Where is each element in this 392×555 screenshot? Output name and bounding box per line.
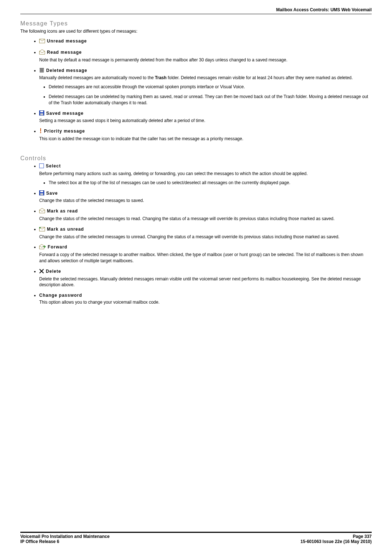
- item-forward: Forward Forward a copy of the selected m…: [39, 244, 372, 264]
- deleted-sublist: Deleted messages are not accessible thro…: [39, 84, 372, 106]
- svg-rect-11: [40, 164, 44, 168]
- read-desc: Note that by default a read message is p…: [39, 57, 372, 63]
- svg-rect-14: [40, 193, 43, 195]
- section-title-message-types: Message Types: [20, 20, 372, 28]
- forward-envelope-arrow-icon: [39, 244, 46, 251]
- saved-label: Saved message: [46, 111, 83, 116]
- deleted-trash-icon: [39, 68, 44, 74]
- footer-right2: 15-601063 Issue 22e (16 May 2010): [301, 539, 372, 544]
- footer-left2: IP Office Release 6: [20, 539, 59, 544]
- saved-disk-icon: [39, 110, 44, 117]
- svg-point-16: [39, 227, 41, 228]
- markread-label: Mark as read: [47, 208, 78, 214]
- item-markunread: Mark as unread Change the status of the …: [39, 226, 372, 240]
- changepw-label: Change password: [39, 293, 82, 298]
- svg-point-10: [40, 132, 41, 133]
- mark-unread-envelope-icon: [39, 227, 45, 233]
- section-title-controls: Controls: [20, 154, 372, 162]
- forward-label: Forward: [48, 244, 67, 250]
- deleted-label: Deleted message: [46, 68, 87, 73]
- item-delete: Delete Delete the selected messages. Man…: [39, 268, 372, 288]
- saved-desc: Setting a message as saved stops it bein…: [39, 118, 372, 124]
- read-label: Read message: [47, 50, 82, 55]
- priority-label: Priority message: [44, 129, 85, 134]
- controls-list: Select Before performing many actions su…: [20, 163, 372, 305]
- select-checkbox-icon: [39, 163, 44, 170]
- priority-exclaim-icon: [39, 128, 42, 135]
- item-unread: Unread message: [39, 38, 372, 45]
- deleted-desc: Manually deleted messages are automatica…: [39, 75, 372, 81]
- select-label: Select: [46, 163, 61, 169]
- msgtypes-list: Unread message Read message Note that by…: [20, 38, 372, 142]
- unread-envelope-icon: [39, 39, 45, 45]
- footer-right1: Page 337: [353, 534, 372, 539]
- svg-rect-9: [40, 128, 41, 131]
- delete-desc: Delete the selected messages. Manually d…: [39, 276, 372, 288]
- select-sublist: The select box at the top of the list of…: [39, 180, 372, 186]
- save-disk-icon: [39, 190, 44, 197]
- item-select: Select Before performing many actions su…: [39, 163, 372, 186]
- markunread-desc: Change the status of the selected messag…: [39, 234, 372, 240]
- save-desc: Change the status of the selected messag…: [39, 198, 372, 204]
- msgtypes-intro: The following icons are used for differe…: [20, 28, 372, 35]
- changepw-desc: This option allows you to change your vo…: [39, 299, 372, 305]
- delete-label: Delete: [46, 269, 61, 274]
- markunread-label: Mark as unread: [47, 227, 84, 232]
- item-changepw: Change password This option allows you t…: [39, 292, 372, 305]
- delete-x-icon: [39, 269, 44, 275]
- page-footer: Voicemail Pro Installation and Maintenan…: [20, 532, 372, 544]
- item-read: Read message Note that by default a read…: [39, 49, 372, 63]
- select-sub1: The select box at the top of the list of…: [49, 180, 372, 186]
- svg-rect-13: [40, 191, 43, 192]
- item-priority: Priority message This icon is added the …: [39, 128, 372, 142]
- item-saved: Saved message Setting a message as saved…: [39, 110, 372, 124]
- page-content: Message Types The following icons are us…: [20, 19, 372, 310]
- priority-desc: This icon is added the message icon to i…: [39, 136, 372, 142]
- unread-label: Unread message: [47, 39, 87, 44]
- select-desc: Before performing many actions such as s…: [39, 171, 372, 177]
- footer-left1: Voicemail Pro Installation and Maintenan…: [20, 534, 110, 539]
- markread-desc: Change the status of the selected messag…: [39, 216, 372, 222]
- item-markread: Mark as read Change the status of the se…: [39, 208, 372, 222]
- deleted-sub1: Deleted messages are not accessible thro…: [49, 84, 372, 90]
- read-envelope-open-icon: [39, 49, 45, 56]
- forward-desc: Forward a copy of the selected message t…: [39, 252, 372, 264]
- item-deleted: Deleted message Manually deleted message…: [39, 68, 372, 106]
- mark-read-envelope-icon: [39, 208, 45, 215]
- svg-rect-8: [40, 113, 43, 115]
- item-save: Save Change the status of the selected m…: [39, 190, 372, 204]
- header-rule: [20, 14, 372, 14]
- svg-rect-2: [40, 68, 44, 69]
- save-label: Save: [46, 191, 58, 196]
- svg-rect-7: [40, 111, 43, 112]
- deleted-sub2: Deleted messages can be undeleted by mar…: [49, 94, 372, 106]
- header-breadcrumb: Mailbox Access Controls: UMS Web Voicema…: [276, 7, 372, 12]
